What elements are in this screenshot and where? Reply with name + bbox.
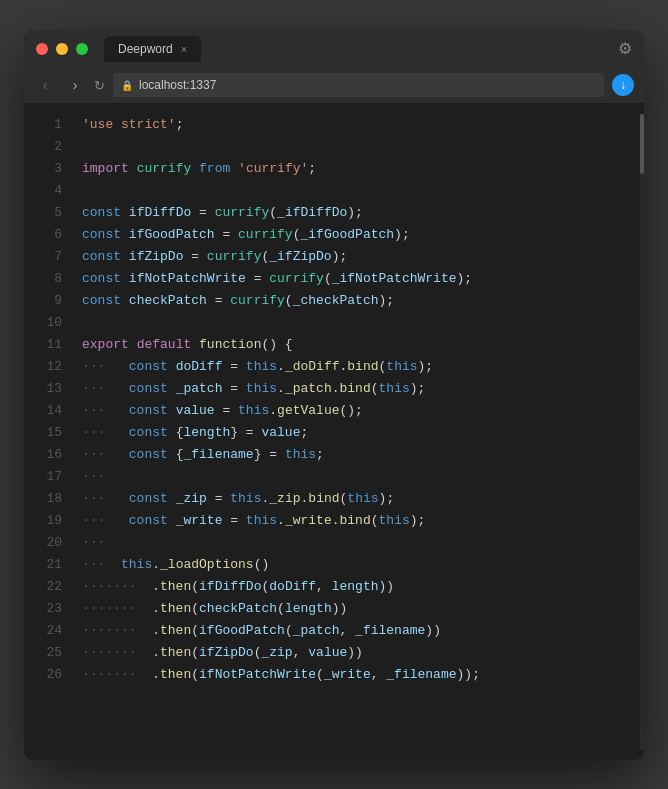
line-number: 21 <box>24 554 74 576</box>
code-line: ··· this._loadOptions() <box>82 554 644 576</box>
code-line: ··· const _patch = this._patch.bind(this… <box>82 378 644 400</box>
line-number: 7 <box>24 246 74 268</box>
tab-close-button[interactable]: × <box>181 43 187 55</box>
code-line <box>82 312 644 334</box>
code-line: ··· const {length} = value; <box>82 422 644 444</box>
line-number: 4 <box>24 180 74 202</box>
line-number: 20 <box>24 532 74 554</box>
code-line: ··· const _write = this._write.bind(this… <box>82 510 644 532</box>
line-number: 12 <box>24 356 74 378</box>
code-line: const ifGoodPatch = currify(_ifGoodPatch… <box>82 224 644 246</box>
tab-title: Deepword <box>118 42 173 56</box>
line-number: 1 <box>24 114 74 136</box>
line-number: 11 <box>24 334 74 356</box>
reload-button[interactable]: ↻ <box>94 78 105 93</box>
code-line: import currify from 'currify'; <box>82 158 644 180</box>
browser-window: Deepword × ⚙ ‹ › ↻ 🔒 localhost:1337 ↓ 12… <box>24 30 644 760</box>
traffic-lights <box>36 43 88 55</box>
code-line: ··· const doDiff = this._doDiff.bind(thi… <box>82 356 644 378</box>
code-line: ··· <box>82 532 644 554</box>
code-line: ··· const value = this.getValue(); <box>82 400 644 422</box>
line-number: 8 <box>24 268 74 290</box>
line-number: 25 <box>24 642 74 664</box>
line-number: 22 <box>24 576 74 598</box>
download-button[interactable]: ↓ <box>612 74 634 96</box>
addressbar: ‹ › ↻ 🔒 localhost:1337 ↓ <box>24 68 644 104</box>
line-number: 18 <box>24 488 74 510</box>
url-bar[interactable]: 🔒 localhost:1337 <box>113 73 604 97</box>
code-line: ······· .then(checkPatch(length)) <box>82 598 644 620</box>
code-line: const ifNotPatchWrite = currify(_ifNotPa… <box>82 268 644 290</box>
tab-area: Deepword × <box>104 36 632 62</box>
code-line <box>82 180 644 202</box>
line-number: 13 <box>24 378 74 400</box>
line-number: 17 <box>24 466 74 488</box>
code-line: ······· .then(ifZipDo(_zip, value)) <box>82 642 644 664</box>
forward-button[interactable]: › <box>64 74 86 96</box>
code-line: ······· .then(ifDiffDo(doDiff, length)) <box>82 576 644 598</box>
line-number: 19 <box>24 510 74 532</box>
code-editor: 1234567891011121314151617181920212223242… <box>24 104 644 760</box>
code-line: ······· .then(ifGoodPatch(_patch, _filen… <box>82 620 644 642</box>
line-number: 23 <box>24 598 74 620</box>
titlebar: Deepword × ⚙ <box>24 30 644 68</box>
line-number: 15 <box>24 422 74 444</box>
code-line: ··· <box>82 466 644 488</box>
code-line: ··· const {_filename} = this; <box>82 444 644 466</box>
line-number: 24 <box>24 620 74 642</box>
minimize-button[interactable] <box>56 43 68 55</box>
line-numbers: 1234567891011121314151617181920212223242… <box>24 104 74 760</box>
lock-icon: 🔒 <box>121 80 133 91</box>
scrollbar-thumb[interactable] <box>640 114 644 174</box>
line-number: 16 <box>24 444 74 466</box>
code-content: 'use strict'; import currify from 'curri… <box>74 104 644 760</box>
code-line: ··· const _zip = this._zip.bind(this); <box>82 488 644 510</box>
line-number: 26 <box>24 664 74 686</box>
line-number: 2 <box>24 136 74 158</box>
line-number: 9 <box>24 290 74 312</box>
toolbar-icon[interactable]: ⚙ <box>618 39 632 58</box>
code-line: const ifZipDo = currify(_ifZipDo); <box>82 246 644 268</box>
code-line: export default function() { <box>82 334 644 356</box>
active-tab[interactable]: Deepword × <box>104 36 201 62</box>
code-line: const checkPatch = currify(_checkPatch); <box>82 290 644 312</box>
code-line: 'use strict'; <box>82 114 644 136</box>
back-button[interactable]: ‹ <box>34 74 56 96</box>
line-number: 5 <box>24 202 74 224</box>
scrollbar-track[interactable] <box>640 114 644 750</box>
code-line: ······· .then(ifNotPatchWrite(_write, _f… <box>82 664 644 686</box>
close-button[interactable] <box>36 43 48 55</box>
code-line <box>82 136 644 158</box>
code-line: const ifDiffDo = currify(_ifDiffDo); <box>82 202 644 224</box>
maximize-button[interactable] <box>76 43 88 55</box>
line-number: 6 <box>24 224 74 246</box>
line-number: 10 <box>24 312 74 334</box>
url-text: localhost:1337 <box>139 78 216 92</box>
line-number: 3 <box>24 158 74 180</box>
line-number: 14 <box>24 400 74 422</box>
